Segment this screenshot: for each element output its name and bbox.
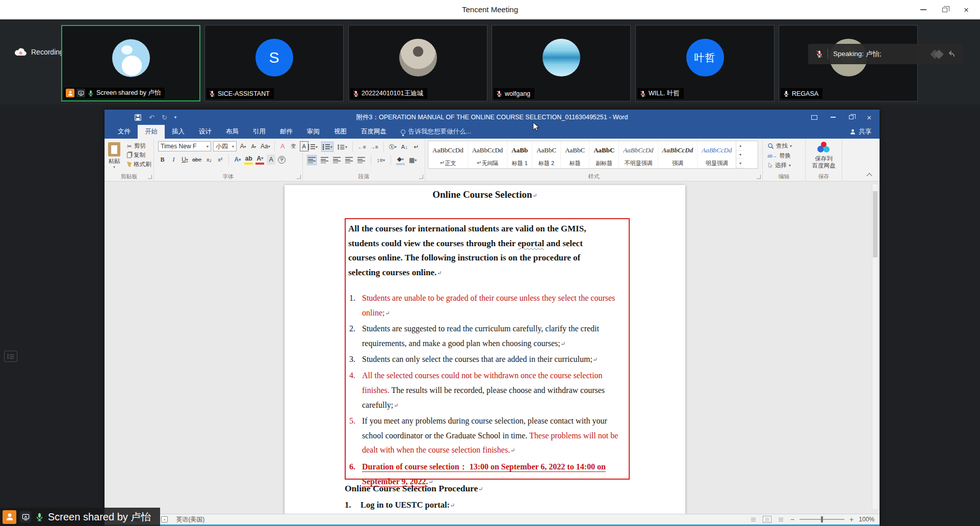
find-button[interactable]: 查找▾ (767, 142, 792, 150)
paste-button[interactable]: 粘贴 ▾ (108, 142, 120, 169)
font-color-button[interactable]: A▾ (255, 154, 264, 165)
italic-button[interactable]: I (169, 154, 178, 165)
participant-tile[interactable]: 叶哲 WILL. 叶哲 (635, 25, 775, 101)
enclose-characters-button[interactable]: 字 (278, 156, 286, 164)
word-restore-icon[interactable] (849, 115, 854, 119)
style-heading1[interactable]: AaBb 标题 1 (507, 141, 532, 168)
underline-button[interactable]: U▾ (180, 154, 189, 165)
styles-scroll-up-icon[interactable]: ▴ (736, 141, 744, 150)
dialog-launcher-icon[interactable] (757, 175, 761, 179)
print-layout-icon[interactable] (763, 516, 771, 523)
font-name-combo[interactable]: Times New F▾ (158, 141, 211, 151)
style-intense-emphasis[interactable]: AaBbCcDd 明显强调 (698, 141, 736, 168)
tab-file[interactable]: 文件 (111, 125, 138, 139)
highlight-color-button[interactable]: ab (244, 154, 253, 165)
styles-more-icon[interactable]: ▾ (736, 159, 744, 168)
tab-baidu-netdisk[interactable]: 百度网盘 (354, 125, 394, 139)
align-center-button[interactable] (320, 155, 329, 165)
qat-dropdown-icon[interactable]: ▾ (174, 115, 177, 120)
increase-indent-button[interactable]: →≡ (370, 142, 379, 152)
subscript-button[interactable]: x₂ (204, 154, 213, 165)
text-effects-button[interactable]: A▾ (233, 154, 242, 165)
tab-view[interactable]: 视图 (327, 125, 354, 139)
zoom-level[interactable]: 100% (859, 516, 874, 523)
tab-references[interactable]: 引用 (246, 125, 273, 139)
character-shading-button[interactable]: A (267, 154, 275, 165)
asian-layout-button[interactable]: Ⓧ▾ (389, 142, 397, 152)
strikethrough-button[interactable]: abe (192, 154, 202, 165)
word-close-icon[interactable]: × (867, 113, 871, 122)
dialog-launcher-icon[interactable] (148, 175, 152, 179)
change-case-button[interactable]: Aa▾ (260, 141, 271, 151)
participant-tile[interactable]: wolfgang (492, 25, 631, 101)
dialog-launcher-icon[interactable] (419, 175, 423, 179)
tab-home[interactable]: 开始 (138, 125, 165, 139)
meeting-sidebar-toggle[interactable] (4, 351, 17, 362)
reply-arrow-icon[interactable] (946, 50, 955, 58)
line-spacing-button[interactable]: ↕≡▾ (376, 155, 385, 165)
style-subtle-emphasis[interactable]: AaBbCcDd 不明显强调 (619, 141, 658, 168)
close-button[interactable]: × (956, 0, 977, 19)
style-normal[interactable]: AaBbCcDd ↵正文 (428, 141, 468, 168)
web-layout-icon[interactable] (777, 516, 785, 523)
minimize-button[interactable] (913, 0, 934, 19)
redo-icon[interactable]: ↻ (162, 114, 167, 121)
word-minimize-icon[interactable] (831, 117, 836, 118)
zoom-slider-handle[interactable] (821, 516, 823, 522)
font-size-combo[interactable]: 小四▾ (213, 141, 237, 151)
participant-tile[interactable]: Screen shared by 卢怡 (61, 25, 200, 101)
multilevel-list-button[interactable]: ▾ (337, 142, 348, 152)
shrink-font-button[interactable]: A▾ (249, 141, 258, 151)
style-no-spacing[interactable]: AaBbCcDd ↵无间隔 (468, 141, 508, 168)
ribbon-display-options-icon[interactable] (811, 115, 817, 120)
distribute-button[interactable] (357, 155, 366, 165)
zoom-slider[interactable] (800, 519, 844, 520)
bold-button[interactable]: B (158, 154, 167, 165)
phonetic-guide-button[interactable]: 变 (289, 141, 298, 151)
mic-muted-icon[interactable] (815, 50, 823, 58)
justify-button[interactable] (345, 155, 353, 165)
scrollbar-thumb[interactable] (873, 191, 878, 257)
dialog-launcher-icon[interactable] (297, 175, 301, 179)
decrease-indent-button[interactable]: ←≡ (357, 142, 367, 152)
bullets-button[interactable]: ▾ (307, 142, 318, 152)
participant-tile[interactable]: 202224010101王迪城 (348, 25, 487, 101)
save-to-baidu-button[interactable]: 保存到百度网盘 (806, 142, 842, 169)
style-heading2[interactable]: AaBbC 标题 2 (532, 141, 561, 168)
grow-font-button[interactable]: A▴ (239, 141, 247, 151)
tell-me-box[interactable]: 告诉我您想要做什么... (394, 125, 471, 139)
tab-mailings[interactable]: 邮件 (273, 125, 300, 139)
styles-scroll-down-icon[interactable]: ▾ (736, 150, 744, 160)
style-subtitle[interactable]: AaBbC 副标题 (589, 141, 619, 168)
save-icon[interactable] (134, 114, 142, 121)
select-button[interactable]: 选择▾ (767, 162, 792, 169)
tab-review[interactable]: 审阅 (300, 125, 327, 139)
align-left-button[interactable] (307, 155, 317, 165)
restore-button[interactable] (934, 0, 956, 19)
zoom-in-icon[interactable]: + (849, 515, 854, 523)
zoom-out-icon[interactable]: − (790, 515, 794, 523)
proofing-icon[interactable]: × (161, 516, 168, 522)
language-indicator[interactable]: 英语(美国) (176, 515, 204, 524)
format-painter-button[interactable]: 格式刷 (127, 161, 151, 168)
vertical-scrollbar[interactable] (872, 183, 879, 510)
show-marks-button[interactable]: ↵ (412, 142, 421, 152)
tab-insert[interactable]: 插入 (165, 125, 192, 139)
read-mode-icon[interactable] (749, 516, 758, 523)
participant-tile[interactable]: S SICE-ASSISTANT (204, 25, 344, 101)
cut-button[interactable]: ✂剪切 (127, 142, 151, 150)
document-page[interactable]: Online Course Selection↵ All the courses… (285, 185, 685, 514)
undo-icon[interactable]: ↶ (149, 114, 154, 121)
borders-button[interactable]: ▦▾ (408, 155, 417, 165)
align-right-button[interactable] (332, 155, 341, 165)
style-emphasis[interactable]: AaBbCcDd 强调 (658, 141, 698, 168)
share-button[interactable]: 共享 (849, 125, 871, 139)
clear-formatting-button[interactable]: A (278, 141, 287, 151)
collapse-ribbon-icon[interactable] (866, 173, 872, 178)
copy-button[interactable]: 复制 (127, 151, 151, 159)
shading-button[interactable]: ◆▾ (396, 155, 405, 165)
tab-design[interactable]: 设计 (192, 125, 219, 139)
style-title[interactable]: AaBbC 标题 (561, 141, 589, 168)
sort-button[interactable]: A↓ (400, 142, 409, 152)
numbering-button[interactable]: ▾ (321, 142, 333, 152)
